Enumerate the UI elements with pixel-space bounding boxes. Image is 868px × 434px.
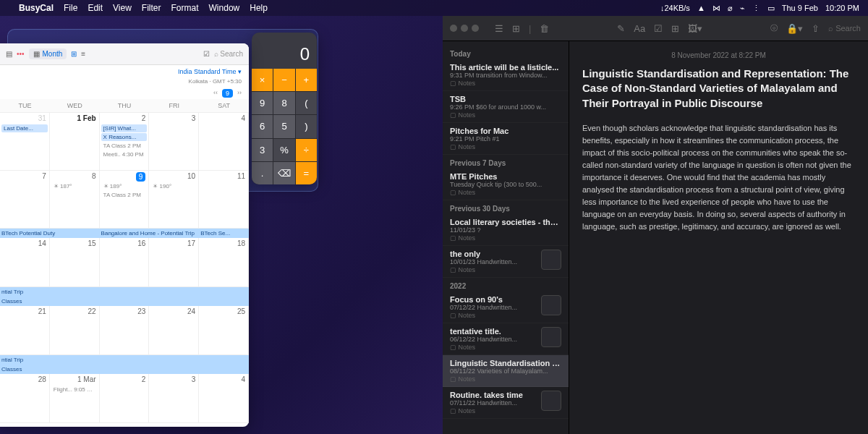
calendar-cell[interactable]: 1 Feb [50,113,100,171]
calendar-cell[interactable]: 21 [0,306,50,355]
tray-icon[interactable]: ⋈ [712,4,720,13]
app-name[interactable]: BusyCal [19,3,54,13]
calc-key-×[interactable]: × [252,69,273,91]
note-list-item[interactable]: MTE PitchesTuesday Quick tip (300 to 500… [443,169,569,200]
calendar-cell[interactable]: 1 MarFlight... 9:05 PM [50,374,100,423]
calc-key-)[interactable]: ) [296,115,317,137]
note-list-item[interactable]: Routine. takes time07/11/22 Handwritten.… [443,387,569,419]
calendar-cell[interactable]: 3 [149,374,199,423]
list-view-icon[interactable]: ☰ [495,23,503,34]
calc-key-6[interactable]: 6 [252,115,273,137]
maximize-button[interactable] [472,25,479,32]
calendar-event[interactable]: TA Class 2 PM [101,191,148,199]
tray-icon[interactable]: ▲ [697,4,705,12]
calendar-cell[interactable]: 9☀ 189°TA Class 2 PM [100,171,150,229]
menu-edit[interactable]: Edit [88,3,103,13]
calc-key-.[interactable]: . [252,162,273,184]
calc-key-%[interactable]: % [273,139,294,161]
prev-button[interactable]: ‹‹ [213,89,218,98]
calendar-cell[interactable]: 23 [100,306,150,355]
calendar-event[interactable]: Meeti.. 4:30 PM [101,150,148,158]
all-day-event[interactable]: Classes [0,365,249,374]
calendar-event[interactable]: Flight... 9:05 PM [51,386,98,393]
calendar-cell[interactable]: 15 [50,238,100,287]
calendar-cell[interactable]: 10☀ 190° [149,171,199,229]
calc-key-⌫[interactable]: ⌫ [273,162,294,184]
calc-key-5[interactable]: 5 [273,115,294,137]
calendar-cell[interactable]: 25 [199,306,249,355]
note-list-item[interactable]: the only10/01/23 Handwritten...▢ Notes [443,246,569,278]
all-day-event[interactable]: ntial Trip [0,287,249,297]
all-day-event[interactable]: Classes [0,297,249,306]
calendar-cell[interactable]: 24 [149,306,199,355]
calc-key-=[interactable]: = [296,162,317,184]
note-list-item[interactable]: tentative title.06/12/22 Handwritten...▢… [443,323,569,355]
calendar-cell[interactable]: 28 [0,374,50,423]
more-icon[interactable]: ••• [17,50,25,58]
notes-sidebar[interactable]: TodayThis article will be a listicle...9… [443,41,569,434]
sidebar-toggle-icon[interactable]: ▤ [6,50,12,58]
grid-view-icon[interactable]: ⊞ [512,23,520,34]
menu-filter[interactable]: Filter [142,3,161,13]
list-view-icon[interactable]: ≡ [81,50,85,58]
next-button[interactable]: ›› [237,89,242,98]
calendar-cell[interactable]: 8☀ 187° [50,171,100,229]
link-icon[interactable]: ⦾ [770,22,778,34]
menu-format[interactable]: Format [171,3,199,13]
calendar-cell[interactable]: 16 [100,238,150,287]
menubar-time[interactable]: 10:20 PM [825,4,859,12]
all-day-event[interactable]: ntial Trip [0,355,249,365]
minimize-button[interactable] [461,25,468,32]
calc-key-3[interactable]: 3 [252,139,273,161]
note-list-item[interactable]: Linguistic Standardisation a...08/11/22 … [443,355,569,387]
menu-window[interactable]: Window [209,3,240,13]
note-list-item[interactable]: This article will be a listicle...9:31 P… [443,59,569,91]
timezone-picker[interactable]: India Standard Time ▾ [0,65,249,78]
close-button[interactable] [450,25,457,32]
calendar-cell[interactable]: 3 [149,113,199,171]
calc-key-−[interactable]: − [273,69,294,91]
tray-icon[interactable]: ⌁ [740,4,745,13]
share-icon[interactable]: ⇧ [812,23,820,34]
menu-view[interactable]: View [113,3,132,13]
calc-key-([interactable]: ( [296,92,317,114]
calendar-cell[interactable]: 11 [199,171,249,229]
calendar-event[interactable]: ☀ 189° [101,182,148,190]
menu-file[interactable]: File [64,3,77,13]
grid-view-icon[interactable]: ⊞ [71,50,77,58]
table-icon[interactable]: ⊞ [671,23,679,34]
notes-search[interactable]: ⌕ Search [828,24,861,33]
calendar-cell[interactable]: 4 [199,374,249,423]
calendar-cell[interactable]: 2 [100,374,150,423]
calendar-cell[interactable]: 22 [50,306,100,355]
calendar-cell[interactable]: 14 [0,238,50,287]
note-list-item[interactable]: Local literary societies - the...11/01/2… [443,214,569,246]
calendar-cell[interactable]: 18 [199,238,249,287]
menu-help[interactable]: Help [250,3,268,13]
battery-icon[interactable]: ▭ [767,4,775,13]
all-day-event[interactable]: BTech Potential Duty [0,229,100,238]
calc-key-÷[interactable]: ÷ [296,139,317,161]
calc-key-+[interactable]: + [296,69,317,91]
calendar-event[interactable]: TA Class 2 PM [101,142,148,150]
wifi-icon[interactable]: ⋮ [752,4,760,13]
all-day-event[interactable]: Bangalore and Home - Potential Trip [100,229,200,238]
tasks-icon[interactable]: ☑ [203,50,210,58]
note-list-item[interactable]: Focus on 90's07/12/22 Handwritten...▢ No… [443,292,569,323]
format-icon[interactable]: Aa [634,23,645,34]
all-day-event[interactable]: BTech Se... [199,229,249,238]
today-button[interactable]: 9 [222,89,233,98]
busycal-search[interactable]: ⌕ Search [214,50,243,58]
calendar-event[interactable]: X Reasons... [101,133,148,141]
lock-icon[interactable]: 🔒▾ [786,23,803,34]
calendar-cell[interactable]: 17 [149,238,199,287]
calendar-cell[interactable]: 31Last Date... [0,113,50,171]
calendar-cell[interactable]: 4 [199,113,249,171]
calendar-cell[interactable]: 7 [0,171,50,229]
calendar-event[interactable]: Last Date... [1,124,48,132]
compose-icon[interactable]: ✎ [617,23,625,34]
note-list-item[interactable]: Pitches for Mac9:21 PM Pitch #1▢ Notes [443,123,569,155]
note-title[interactable]: Linguistic Standardisation and Represent… [582,67,855,111]
calendar-event[interactable]: [SIR] What... [101,124,148,132]
calc-key-9[interactable]: 9 [252,92,273,114]
